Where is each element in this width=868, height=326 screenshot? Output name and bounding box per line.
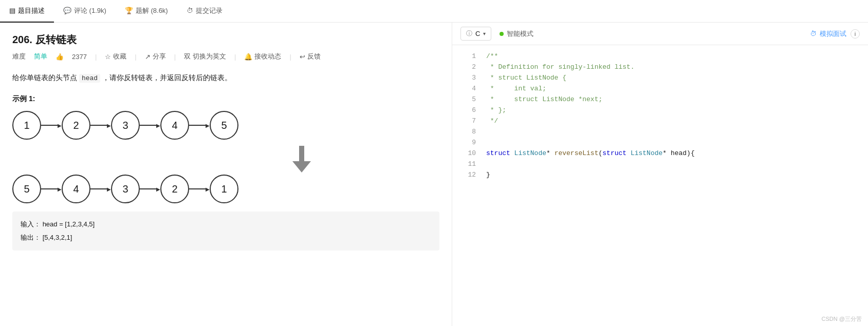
down-arrow (164, 144, 439, 175)
tab-solutions[interactable]: 🏆 题解 (8.6k) (116, 0, 177, 23)
node-2: 2 (62, 111, 90, 140)
clock-icon: ⏱ (187, 7, 193, 14)
example-title: 示例 1: (12, 94, 439, 104)
code-editor[interactable]: 1 /** 2 * Definition for singly-linked l… (452, 45, 868, 312)
feedback-button[interactable]: ↩ 反馈 (300, 52, 321, 61)
trophy-icon: 🏆 (125, 7, 133, 14)
notifications-button[interactable]: 🔔 接收动态 (244, 52, 281, 61)
share-button[interactable]: ↗ 分享 (145, 52, 166, 61)
rev-node-2: 2 (160, 175, 189, 203)
left-panel: 206. 反转链表 难度 简单 👍 2377 | ☆ 收藏 | ↗ 分享 | 双… (0, 23, 452, 326)
code-line-1: 1 /** (452, 51, 868, 62)
lang-info-icon: ⓘ (466, 29, 472, 38)
down-arrow-shape (292, 146, 311, 172)
top-navigation: ▤ 题目描述 💬 评论 (1.9k) 🏆 题解 (8.6k) ⏱ 提交记录 (0, 0, 868, 23)
info-icon[interactable]: i (851, 29, 860, 39)
switch-lang-button[interactable]: 双 切换为英文 (184, 52, 226, 61)
arrow-head (292, 161, 311, 172)
diagram: 1 2 3 4 5 5 4 (12, 111, 439, 203)
main-layout: 206. 反转链表 难度 简单 👍 2377 | ☆ 收藏 | ↗ 分享 | 双… (0, 23, 868, 326)
problem-title: 206. 反转链表 (12, 33, 439, 47)
rev-node-1: 1 (210, 175, 238, 203)
head-code: head (79, 74, 100, 83)
problem-description: 给你单链表的头节点 head ，请你反转链表，并返回反转后的链表。 (12, 71, 439, 84)
code-line-6: 6 * }; (452, 105, 868, 116)
code-line-5: 5 * struct ListNode *next; (452, 94, 868, 105)
reversed-list: 5 4 3 2 1 (12, 175, 439, 203)
chevron-down-icon: ▾ (483, 31, 486, 36)
editor-toolbar: ⓘ C ▾ 智能模式 ⏱ 模拟面试 i (452, 23, 868, 45)
tab-submissions[interactable]: ⏱ 提交记录 (177, 0, 232, 23)
example-box: 输入： head = [1,2,3,4,5] 输出： [5,4,3,2,1] (12, 212, 439, 251)
arrow-1-2 (41, 123, 62, 128)
input-line: 输入： head = [1,2,3,4,5] (21, 218, 431, 231)
code-line-12: 12 } (452, 170, 868, 181)
code-line-8: 8 (452, 127, 868, 138)
language-selector[interactable]: ⓘ C ▾ (460, 27, 491, 41)
arrow-4-5 (189, 123, 210, 128)
arrow-shaft (299, 146, 304, 161)
code-line-2: 2 * Definition for singly-linked list. (452, 62, 868, 73)
node-4: 4 (160, 111, 189, 140)
likes-count: 2377 (72, 53, 87, 61)
difficulty-label: 难度 (12, 52, 26, 61)
node-1: 1 (12, 111, 41, 140)
description-icon: ▤ (9, 7, 15, 14)
code-line-10: 10 struct ListNode* reverseList(struct L… (452, 148, 868, 159)
timer-icon: ⏱ (810, 30, 817, 37)
rev-arrow-3-2 (140, 186, 160, 192)
comment-icon: 💬 (63, 7, 71, 14)
collect-button[interactable]: ☆ 收藏 (105, 52, 126, 61)
code-line-4: 4 * int val; (452, 84, 868, 94)
code-line-11: 11 (452, 159, 868, 170)
watermark: CSDN @三分苦 (452, 312, 868, 326)
arrow-3-4 (140, 123, 160, 128)
rev-node-5: 5 (12, 175, 41, 203)
difficulty-value: 简单 (34, 52, 47, 61)
rev-arrow-4-3 (90, 186, 111, 192)
ai-dot-icon (500, 32, 504, 36)
mock-interview-button[interactable]: ⏱ 模拟面试 (810, 29, 846, 39)
rev-arrow-2-1 (189, 186, 210, 192)
output-line: 输出： [5,4,3,2,1] (21, 231, 431, 244)
tab-description[interactable]: ▤ 题目描述 (0, 0, 54, 23)
right-panel: ⓘ C ▾ 智能模式 ⏱ 模拟面试 i 1 /* (452, 23, 868, 326)
rev-node-3: 3 (111, 175, 140, 203)
node-3: 3 (111, 111, 140, 140)
code-line-9: 9 (452, 138, 868, 148)
code-line-3: 3 * struct ListNode { (452, 73, 868, 84)
node-5: 5 (210, 111, 238, 140)
ai-mode-label: 智能模式 (500, 29, 533, 39)
code-line-7: 7 */ (452, 116, 868, 127)
rev-node-4: 4 (62, 175, 90, 203)
arrow-2-3 (90, 123, 111, 128)
problem-meta: 难度 简单 👍 2377 | ☆ 收藏 | ↗ 分享 | 双 切换为英文 | 🔔… (12, 52, 439, 61)
tab-comments[interactable]: 💬 评论 (1.9k) (54, 0, 116, 23)
original-list: 1 2 3 4 5 (12, 111, 439, 140)
rev-arrow-5-4 (41, 186, 62, 192)
